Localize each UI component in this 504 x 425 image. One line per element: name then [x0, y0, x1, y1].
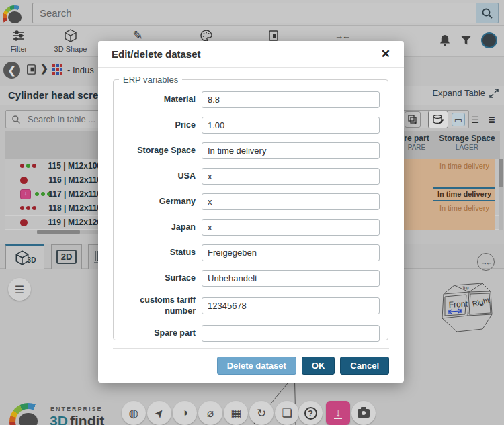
field-label-customs-tariff-number: customs tariff number — [114, 295, 196, 316]
erp-field-row: Material — [114, 91, 380, 108]
field-label-spare-part: Spare part — [114, 328, 196, 339]
dialog-title: Edit/delete dataset — [112, 48, 381, 60]
erp-field-row: customs tariff number — [114, 295, 380, 316]
field-input-customs-tariff-number[interactable] — [202, 297, 380, 314]
field-label-japan: Japan — [114, 222, 196, 233]
erp-field-row: Price — [114, 117, 380, 134]
erp-field-row: Surface — [114, 270, 380, 287]
cancel-button[interactable]: Cancel — [340, 357, 389, 375]
delete-dataset-button[interactable]: Delete dataset — [217, 357, 296, 375]
field-input-usa[interactable] — [202, 168, 380, 185]
field-label-material: Material — [114, 95, 196, 105]
field-input-price[interactable] — [202, 117, 380, 134]
fieldset-legend: ERP variables — [119, 75, 182, 85]
app-window: Filter 3D Shape ✎ →← — [0, 0, 504, 425]
erp-field-row: Japan — [114, 219, 380, 236]
erp-field-row: USA — [114, 168, 380, 185]
dialog-divider — [113, 348, 389, 349]
field-label-usa: USA — [114, 171, 196, 182]
erp-field-row: Status — [114, 244, 380, 261]
field-label-surface: Surface — [114, 273, 196, 284]
field-input-storage-space[interactable] — [202, 142, 380, 159]
field-input-surface[interactable] — [202, 270, 380, 287]
erp-variables-fieldset: ERP variables MaterialPriceStorage Space… — [113, 75, 388, 340]
field-input-material[interactable] — [202, 91, 380, 108]
close-icon[interactable]: ✕ — [381, 48, 390, 60]
field-label-storage-space: Storage Space — [114, 146, 196, 156]
field-label-price: Price — [114, 120, 196, 131]
field-label-germany: Germany — [114, 197, 196, 207]
field-input-status[interactable] — [202, 244, 380, 261]
erp-field-row: Spare part — [114, 325, 380, 342]
field-label-status: Status — [114, 248, 196, 258]
erp-field-row: Storage Space — [114, 142, 380, 159]
ok-button[interactable]: OK — [302, 357, 335, 375]
field-input-germany[interactable] — [202, 193, 380, 210]
erp-field-row: Germany — [114, 193, 380, 210]
field-input-spare-part[interactable] — [202, 325, 380, 342]
edit-delete-dataset-dialog: Edit/delete dataset ✕ ERP variables Mate… — [98, 41, 404, 383]
field-input-japan[interactable] — [202, 219, 380, 236]
